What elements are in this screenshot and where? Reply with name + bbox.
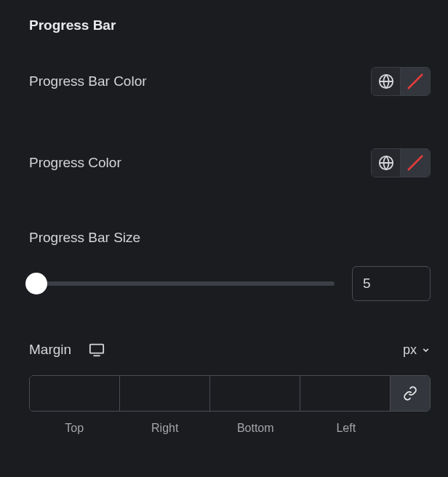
responsive-desktop-button[interactable] [89,342,105,358]
unit-label: px [403,342,417,358]
section-title: Progress Bar [29,17,431,33]
margin-bottom-label: Bottom [210,422,301,435]
margin-section: Margin px [29,342,431,435]
size-slider[interactable] [29,273,335,294]
margin-left-label: Left [301,422,392,435]
slider-track [29,281,335,286]
globe-icon [378,73,394,89]
margin-top-input[interactable] [30,376,119,411]
margin-label: Margin [29,342,71,358]
margin-top-cell [30,376,120,411]
progress-color-label: Progress Color [29,155,121,171]
progress-bar-size-label: Progress Bar Size [29,230,431,246]
margin-bottom-cell [210,376,300,411]
size-value-input[interactable]: 5 [352,266,431,301]
svg-line-1 [408,74,423,89]
svg-line-3 [408,156,423,170]
slider-row: 5 [29,266,431,301]
no-color-icon [405,153,425,173]
globe-icon [378,155,394,171]
progress-bar-size-row: Progress Bar Size 5 [29,230,431,301]
margin-inputs [29,375,431,412]
progress-bar-color-label: Progress Bar Color [29,73,147,89]
progress-bar-color-row: Progress Bar Color [29,67,431,96]
desktop-icon [89,342,105,358]
margin-top-label: Top [29,422,120,435]
margin-side-labels: Top Right Bottom Left [29,422,431,435]
global-color-button[interactable] [372,67,401,96]
margin-header: Margin px [29,342,431,358]
margin-left-input[interactable] [300,376,390,411]
progress-color-picker [371,148,431,177]
margin-right-input[interactable] [120,376,209,411]
color-swatch-button[interactable] [401,67,430,96]
slider-thumb[interactable] [25,273,47,294]
svg-rect-4 [90,345,103,353]
progress-bar-color-picker [371,67,431,96]
color-swatch-button[interactable] [401,148,430,177]
chevron-down-icon [421,345,431,355]
link-icon [403,386,417,401]
margin-right-cell [120,376,210,411]
link-values-button[interactable] [391,376,430,411]
unit-select[interactable]: px [403,342,431,358]
margin-bottom-input[interactable] [210,376,300,411]
margin-left-cell [300,376,391,411]
global-color-button[interactable] [372,148,401,177]
no-color-icon [405,71,425,92]
progress-color-row: Progress Color [29,148,431,177]
margin-right-label: Right [120,422,211,435]
